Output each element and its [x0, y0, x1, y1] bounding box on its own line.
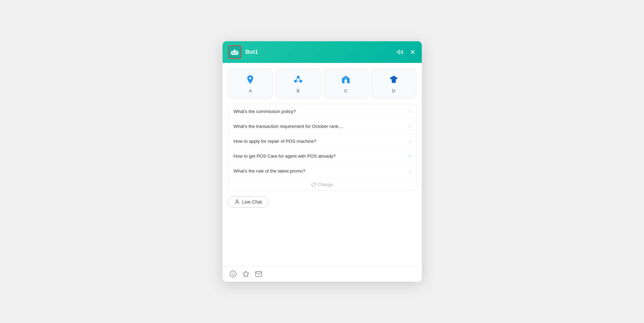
home-icon [340, 73, 352, 86]
graduation-icon [388, 73, 400, 86]
faq-arrow-2: › [409, 139, 411, 144]
faq-arrow-3: › [409, 154, 411, 159]
category-card-c[interactable]: C [324, 68, 369, 98]
svg-point-11 [249, 77, 251, 79]
star-button[interactable] [242, 270, 250, 278]
header-icons [396, 48, 416, 56]
dots-icon [292, 73, 304, 86]
star-icon [242, 270, 250, 278]
category-card-d[interactable]: D [371, 68, 416, 98]
change-row[interactable]: Change [228, 179, 416, 190]
mail-icon [255, 270, 262, 278]
chat-body: A B [223, 63, 422, 266]
faq-item-0[interactable]: What's the commission policy? › [228, 104, 416, 119]
faq-item-4[interactable]: What's the rule of the latest promo? › [228, 164, 416, 179]
svg-marker-8 [397, 50, 400, 54]
chat-widget: Bot1 [223, 41, 422, 282]
svg-point-5 [234, 49, 235, 50]
svg-marker-25 [242, 271, 249, 277]
sound-button[interactable] [396, 48, 404, 56]
category-label-c: C [344, 88, 347, 93]
svg-rect-1 [232, 52, 234, 53]
faq-item-2[interactable]: How to apply for repair of POS machine? … [228, 134, 416, 149]
volume-icon [397, 49, 404, 55]
location-pin-icon [244, 73, 256, 86]
svg-rect-0 [231, 51, 238, 55]
close-icon [410, 49, 416, 55]
refresh-icon [311, 182, 316, 187]
live-chat-label: Live Chat [242, 199, 262, 205]
svg-rect-2 [235, 52, 237, 53]
svg-rect-6 [231, 52, 231, 54]
faq-item-3[interactable]: How to get POS Care for agent with POS a… [228, 149, 416, 164]
person-icon [234, 199, 240, 205]
faq-arrow-0: › [409, 109, 411, 114]
svg-point-22 [230, 271, 236, 277]
faq-text-3: How to get POS Care for agent with POS a… [234, 154, 409, 159]
faq-text-2: How to apply for repair of POS machine? [234, 139, 409, 144]
bot-avatar [229, 46, 241, 58]
faq-arrow-1: › [409, 124, 411, 129]
category-label-d: D [392, 88, 395, 93]
close-button[interactable] [409, 48, 416, 56]
svg-rect-3 [233, 53, 236, 54]
category-card-a[interactable]: A [228, 68, 273, 98]
category-label-a: A [249, 88, 252, 93]
svg-line-15 [295, 77, 298, 81]
category-card-b[interactable]: B [276, 68, 321, 98]
svg-rect-18 [345, 79, 347, 83]
svg-point-19 [345, 77, 346, 79]
emoji-icon [229, 270, 237, 278]
category-row: A B [228, 68, 416, 98]
chat-footer [223, 266, 422, 282]
change-label: Change [318, 182, 333, 187]
faq-text-1: What's the transaction requirement for O… [234, 124, 409, 129]
faq-arrow-4: › [409, 169, 411, 174]
mail-button[interactable] [255, 270, 262, 278]
chat-header: Bot1 [223, 41, 422, 63]
category-label-b: B [297, 88, 300, 93]
emoji-button[interactable] [229, 270, 237, 278]
svg-line-16 [298, 77, 301, 81]
faq-text-4: What's the rule of the latest promo? [234, 168, 409, 174]
faq-text-0: What's the commission policy? [234, 109, 409, 114]
svg-rect-7 [238, 52, 238, 54]
faq-item-1[interactable]: What's the transaction requirement for O… [228, 119, 416, 134]
bot-avatar-wrapper[interactable] [228, 45, 241, 59]
live-chat-button[interactable]: Live Chat [228, 196, 268, 208]
chat-title: Bot1 [246, 49, 392, 55]
chat-body-wrapper: A B [223, 63, 422, 266]
faq-container: What's the commission policy? › What's t… [228, 104, 416, 191]
svg-point-21 [236, 200, 238, 202]
